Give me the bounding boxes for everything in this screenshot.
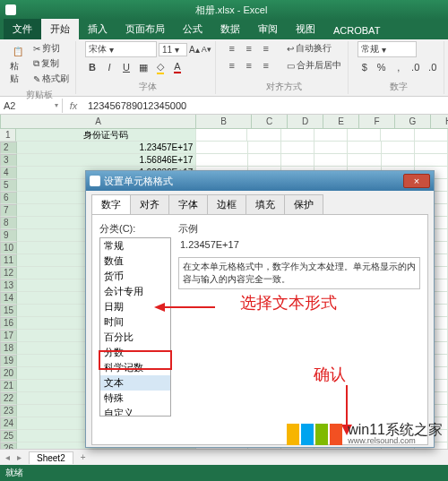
border-button[interactable]: ▦ — [136, 60, 151, 74]
bold-button[interactable]: B — [85, 60, 99, 74]
column-header[interactable]: F — [359, 115, 395, 129]
cell[interactable] — [247, 129, 280, 142]
cell[interactable] — [196, 142, 247, 154]
name-box[interactable]: A2 ▾ — [0, 99, 63, 113]
row-header[interactable]: 19 — [0, 355, 17, 367]
align-bottom-button[interactable]: ≡ — [259, 41, 273, 56]
row-header[interactable]: 2 — [0, 142, 17, 154]
cell[interactable] — [196, 154, 247, 167]
align-left-button[interactable]: ≡ — [225, 58, 239, 73]
column-header[interactable]: E — [323, 115, 359, 129]
cell[interactable] — [281, 142, 314, 154]
dialog-tab-数字[interactable]: 数字 — [91, 194, 131, 214]
row-header[interactable]: 14 — [0, 292, 17, 305]
cut-button[interactable]: ✂剪切 — [30, 41, 72, 56]
column-header[interactable]: A — [1, 115, 196, 129]
dialog-tab-保护[interactable]: 保护 — [284, 194, 323, 214]
row-header[interactable]: 3 — [0, 154, 17, 167]
category-item[interactable]: 货币 — [100, 269, 170, 284]
column-header[interactable]: G — [395, 115, 431, 129]
tab-数据[interactable]: 数据 — [211, 19, 249, 39]
dialog-titlebar[interactable]: 设置单元格格式 × — [86, 171, 434, 191]
category-listbox[interactable]: 常规数值货币会计专用日期时间百分比分数科学记数文本特殊自定义 — [99, 237, 171, 417]
cell[interactable] — [248, 142, 281, 154]
paste-button[interactable]: 📋 粘贴 — [7, 41, 29, 87]
category-item[interactable]: 日期 — [100, 299, 170, 314]
cell[interactable] — [281, 129, 314, 142]
cell[interactable] — [348, 142, 381, 154]
row-header[interactable]: 17 — [0, 330, 17, 342]
tab-视图[interactable]: 视图 — [287, 19, 324, 39]
category-item[interactable]: 数值 — [100, 253, 170, 269]
category-item[interactable]: 文本 — [100, 375, 170, 391]
tab-file[interactable]: 文件 — [4, 19, 41, 39]
row-header[interactable]: 22 — [0, 392, 17, 405]
row-header[interactable]: 24 — [0, 417, 17, 430]
cell[interactable]: 1.56846E+17 — [17, 154, 196, 167]
cell[interactable] — [314, 129, 348, 142]
row-header[interactable]: 21 — [0, 380, 17, 392]
font-name-select[interactable]: 宋体▾ — [85, 41, 157, 57]
cell[interactable] — [415, 142, 448, 154]
cell[interactable] — [314, 154, 348, 167]
category-item[interactable]: 时间 — [100, 314, 170, 330]
row-header[interactable]: 13 — [0, 279, 17, 292]
row-header[interactable]: 1 — [0, 129, 16, 142]
decrease-font-icon[interactable]: A▾ — [202, 45, 211, 54]
currency-button[interactable]: $ — [358, 60, 372, 74]
row-header[interactable]: 12 — [0, 267, 17, 279]
dialog-tab-对齐[interactable]: 对齐 — [130, 194, 169, 214]
formula-bar-value[interactable]: 123456789012345000 — [84, 99, 190, 113]
tab-插入[interactable]: 插入 — [79, 19, 116, 39]
category-item[interactable]: 科学记数 — [100, 360, 170, 375]
percent-button[interactable]: % — [375, 60, 389, 74]
tab-页面布局[interactable]: 页面布局 — [116, 19, 174, 39]
align-center-button[interactable]: ≡ — [242, 58, 256, 73]
cell[interactable] — [382, 154, 415, 167]
fx-icon[interactable]: fx — [63, 100, 84, 111]
cell[interactable] — [381, 129, 414, 142]
format-painter-button[interactable]: ✎格式刷 — [30, 72, 72, 86]
dialog-tab-填充[interactable]: 填充 — [246, 194, 285, 214]
cell[interactable] — [248, 154, 281, 167]
decrease-decimal-button[interactable]: .0 — [426, 60, 440, 74]
category-item[interactable]: 会计专用 — [100, 284, 170, 299]
wrap-text-button[interactable]: ↩自动换行 — [284, 41, 334, 56]
cell[interactable]: 身份证号码 — [16, 129, 196, 142]
fill-color-button[interactable]: ◇ — [153, 60, 168, 74]
row-header[interactable]: 4 — [0, 167, 17, 179]
column-header[interactable]: C — [252, 115, 288, 129]
align-top-button[interactable]: ≡ — [225, 41, 239, 56]
align-middle-button[interactable]: ≡ — [242, 41, 256, 56]
column-header[interactable]: D — [288, 115, 323, 129]
dialog-close-button[interactable]: × — [403, 174, 430, 188]
tab-审阅[interactable]: 审阅 — [249, 19, 287, 39]
row-header[interactable]: 8 — [0, 217, 17, 229]
category-item[interactable]: 自定义 — [100, 406, 170, 417]
italic-button[interactable]: I — [102, 60, 116, 74]
underline-button[interactable]: U — [119, 60, 134, 74]
dialog-tab-字体[interactable]: 字体 — [168, 194, 208, 214]
cell[interactable] — [196, 129, 247, 142]
cell[interactable] — [348, 129, 381, 142]
row-header[interactable]: 15 — [0, 305, 17, 317]
sheet-nav-next-icon[interactable]: ▸ — [17, 452, 22, 462]
number-format-select[interactable]: 常规▾ — [358, 41, 417, 57]
tab-ACROBAT[interactable]: ACROBAT — [324, 21, 389, 39]
tab-开始[interactable]: 开始 — [41, 19, 79, 39]
sheet-nav-prev-icon[interactable]: ◂ — [5, 452, 10, 462]
cell[interactable] — [415, 154, 448, 167]
category-item[interactable]: 常规 — [100, 238, 170, 253]
row-header[interactable]: 10 — [0, 242, 17, 254]
align-right-button[interactable]: ≡ — [259, 58, 273, 73]
font-color-button[interactable]: A — [170, 60, 185, 74]
dialog-tab-边框[interactable]: 边框 — [207, 194, 246, 214]
tab-公式[interactable]: 公式 — [174, 19, 211, 39]
category-item[interactable]: 百分比 — [100, 330, 170, 345]
increase-font-icon[interactable]: A▴ — [189, 45, 200, 55]
category-item[interactable]: 特殊 — [100, 391, 170, 406]
category-item[interactable]: 分数 — [100, 345, 170, 360]
font-size-select[interactable]: 11▾ — [159, 43, 187, 56]
column-header[interactable]: B — [196, 115, 252, 129]
row-header[interactable]: 18 — [0, 342, 17, 355]
